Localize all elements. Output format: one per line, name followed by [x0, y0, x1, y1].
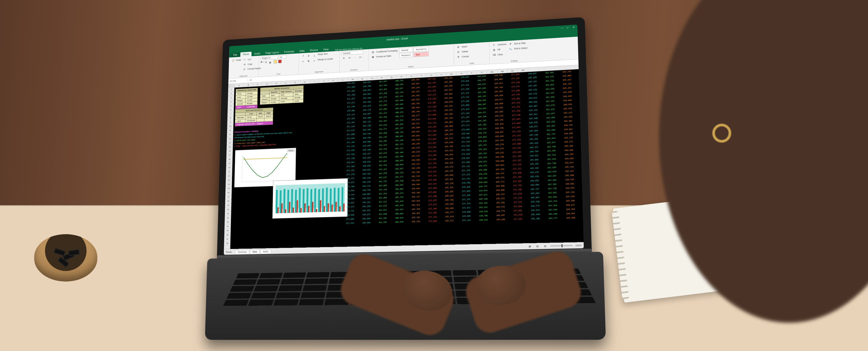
svg-rect-30	[322, 188, 324, 212]
border-icon[interactable]: ▦	[268, 60, 273, 65]
find-select-button[interactable]: 🔍Find & Select	[508, 46, 527, 51]
comma-icon[interactable]: ,	[353, 55, 358, 60]
laptop-screen: market.xlsx - Excel — □ ✕ File Home Inse…	[224, 25, 584, 255]
maximize-icon[interactable]: □	[566, 26, 570, 29]
svg-rect-38	[338, 188, 340, 211]
currency-icon[interactable]: $	[342, 56, 346, 60]
svg-rect-24	[310, 189, 312, 212]
svg-rect-37	[335, 202, 337, 212]
sheet-tab-data[interactable]: Data	[250, 250, 260, 253]
sigma-icon: Σ	[492, 42, 496, 47]
paste-icon: 📋	[231, 58, 235, 63]
svg-rect-13	[289, 202, 290, 213]
analysis-block: FINANCIAL ANALYSIS Price45,000 Cost22,45…	[235, 84, 337, 148]
embedded-chart-bar[interactable]	[272, 178, 348, 218]
align-right-icon[interactable]: ≡	[312, 59, 316, 63]
window-title: market.xlsx - Excel	[386, 37, 408, 41]
svg-rect-21	[304, 203, 306, 213]
svg-rect-20	[303, 189, 305, 213]
format-painter-button[interactable]: 🖌Format Painter	[242, 66, 261, 71]
group-cells: ⊞Insert ⊟Delete ⚙Format Cells	[454, 42, 490, 66]
insert-icon: ⊞	[456, 45, 461, 50]
svg-rect-15	[293, 208, 294, 213]
name-box[interactable]: A1:AD	[228, 79, 248, 82]
sheet-tab-summary[interactable]: Summary	[235, 250, 249, 254]
eraser-icon: ⌫	[492, 53, 496, 57]
financial-analysis-table: FINANCIAL ANALYSIS Price45,000 Cost22,45…	[235, 88, 258, 110]
paste-button[interactable]: 📋Paste	[231, 58, 241, 63]
svg-rect-34	[330, 188, 332, 212]
fill-button[interactable]: ▥Fill	[492, 47, 506, 52]
numeric-grid[interactable]: $70,927$44,651$61,027$80,783$94,944$71,5…	[339, 69, 584, 247]
clear-button[interactable]: ⌫Clear	[492, 52, 506, 57]
wrap-text-button[interactable]: Wrap Text	[318, 53, 328, 58]
group-clipboard: 📋Paste ✂Cut ⧉Copy 🖌Format Painter Clipbo…	[228, 56, 259, 79]
percent-icon[interactable]: %	[347, 56, 352, 60]
svg-rect-33	[328, 203, 329, 212]
style-normal93[interactable]: Normal 9 3	[413, 47, 429, 52]
font-size-select[interactable]: 11	[279, 55, 286, 59]
font-color-button[interactable]	[278, 60, 281, 63]
copy-button[interactable]: ⧉Copy	[243, 61, 261, 66]
bold-button[interactable]: B	[261, 61, 262, 65]
format-cells-button[interactable]: ⚙Format	[456, 54, 469, 59]
svg-rect-35	[332, 204, 333, 212]
status-ready: Ready	[226, 251, 232, 253]
fill-icon: ▥	[492, 48, 496, 52]
align-left-icon[interactable]: ≡	[301, 59, 305, 64]
close-icon[interactable]: ✕	[572, 26, 576, 29]
group-alignment: ⭱ ⇵ ⭳ Wrap Text ≡ ≣ ≡ Merge & Center	[299, 51, 340, 75]
zoom-slider[interactable]	[551, 245, 572, 246]
bar-chart-svg	[273, 178, 347, 218]
delete-cells-button[interactable]: ⊟Delete	[456, 49, 469, 55]
conditional-icon: ▤	[371, 50, 375, 55]
zoom-level[interactable]: 100%	[575, 244, 581, 247]
view-page-icon[interactable]: ▤	[535, 244, 540, 248]
align-center-icon[interactable]: ≣	[306, 59, 311, 63]
sheet-tabs: Summary Data Notes	[235, 249, 271, 254]
paperclip-bowl	[32, 234, 100, 295]
unitcost-scenarios-table: Unit Cost Scenarios LowMidHigh Materials…	[235, 107, 273, 126]
svg-rect-9	[281, 203, 283, 213]
style-normal[interactable]: Normal	[399, 48, 413, 53]
svg-rect-27	[316, 209, 317, 212]
minimize-icon[interactable]: —	[561, 26, 564, 29]
insert-cells-button[interactable]: ⊞Insert	[456, 44, 469, 50]
merge-center-button[interactable]: Merge & Center	[317, 58, 333, 63]
svg-rect-25	[312, 202, 313, 212]
style-bad[interactable]: Bad	[413, 52, 429, 57]
svg-rect-11	[285, 209, 286, 213]
sheet-tab-notes[interactable]: Notes	[260, 249, 271, 253]
brush-icon: 🖌	[242, 67, 247, 71]
align-middle-icon[interactable]: ⇵	[306, 54, 311, 58]
align-top-icon[interactable]: ⭱	[301, 54, 305, 58]
style-percent2[interactable]: Percent 2	[399, 53, 413, 58]
person-silhouette	[623, 0, 868, 351]
svg-rect-17	[297, 200, 298, 213]
number-format-select[interactable]: General	[342, 51, 364, 55]
increase-decimal-icon[interactable]: .0→	[359, 55, 363, 59]
view-break-icon[interactable]: ▥	[542, 244, 548, 248]
svg-rect-31	[323, 206, 325, 212]
cut-button[interactable]: ✂Cut	[243, 57, 261, 62]
analysis-notes: Random Function = RAND() 1. Use a scale …	[235, 126, 337, 148]
chart-legend: Return	[287, 149, 295, 152]
worksheet[interactable]: 1234567891011121314151617181920212223242…	[224, 69, 584, 250]
autosum-button[interactable]: ΣAutoSum	[492, 42, 506, 47]
sort-filter-button[interactable]: ⇵Sort & Filter	[508, 41, 527, 46]
table-icon: ▦	[371, 55, 375, 59]
format-as-table-button[interactable]: ▦Format as Table	[371, 53, 397, 59]
cells-area[interactable]: FINANCIAL ANALYSIS Price45,000 Cost22,45…	[230, 69, 584, 249]
sort-icon: ⇵	[508, 41, 513, 46]
view-normal-icon[interactable]: ▦	[527, 244, 532, 249]
svg-rect-36	[334, 187, 336, 211]
italic-button[interactable]: I	[264, 61, 265, 65]
align-bottom-icon[interactable]: ⭳	[312, 53, 316, 58]
fill-color-button[interactable]	[274, 60, 277, 63]
svg-rect-19	[300, 208, 302, 213]
underline-button[interactable]: U	[265, 60, 267, 65]
font-name-select[interactable]: Segoe UI	[261, 56, 278, 60]
svg-rect-16	[295, 190, 297, 213]
delete-icon: ⊟	[456, 50, 461, 55]
svg-rect-26	[314, 188, 316, 212]
